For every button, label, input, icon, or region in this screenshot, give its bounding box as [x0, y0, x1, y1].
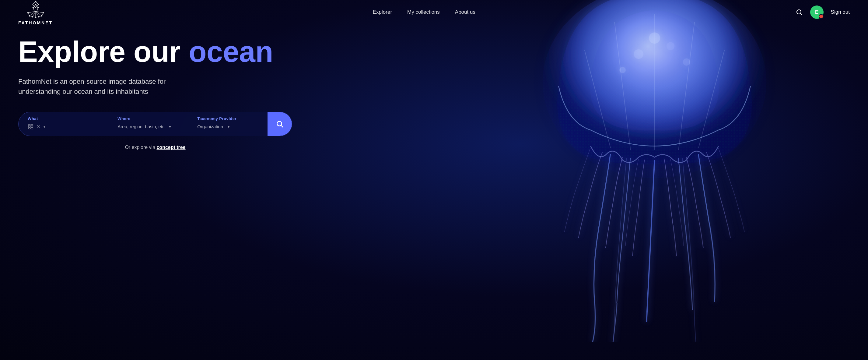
search-taxonomy-section[interactable]: Taxonomy Provider Organization ▼: [188, 112, 268, 136]
svg-line-5: [699, 50, 724, 148]
logo[interactable]: FathomNet: [18, 0, 53, 25]
grid-icon: [28, 124, 34, 130]
svg-rect-43: [31, 126, 33, 127]
svg-line-4: [585, 50, 611, 148]
search-submit-icon: [276, 120, 284, 128]
search-icon: [796, 8, 803, 16]
svg-point-9: [683, 58, 690, 66]
svg-line-3: [679, 22, 695, 150]
svg-rect-41: [29, 128, 30, 129]
svg-rect-44: [31, 128, 33, 129]
svg-point-0: [542, 0, 766, 178]
hero-subtitle: FathomNet is an open-source image databa…: [18, 77, 195, 96]
svg-point-35: [37, 7, 39, 8]
svg-point-30: [35, 17, 36, 18]
svg-point-36: [33, 7, 34, 8]
svg-point-33: [27, 12, 29, 13]
search-where-section[interactable]: Where Area, region, basin, etc ▼: [108, 112, 188, 136]
navbar: FathomNet Explorer My collections About …: [0, 0, 868, 24]
search-what-label: What: [28, 116, 38, 121]
nav-explorer[interactable]: Explorer: [373, 9, 392, 15]
svg-point-29: [32, 16, 33, 18]
concept-tree-link[interactable]: concept tree: [156, 145, 185, 150]
svg-point-7: [666, 42, 675, 50]
svg-point-45: [277, 121, 281, 126]
nav-collections[interactable]: My collections: [407, 9, 440, 15]
hero-title: Explore our ocean: [18, 36, 459, 67]
concept-tree-prefix: Or explore via: [125, 145, 156, 150]
search-where-value: Area, region, basin, etc ▼: [118, 124, 172, 129]
svg-line-2: [615, 22, 631, 150]
hero-content: Explore our ocean FathomNet is an open-s…: [0, 24, 477, 150]
svg-point-37: [797, 10, 801, 14]
svg-line-46: [281, 125, 283, 127]
svg-line-16: [36, 11, 39, 17]
svg-rect-40: [29, 126, 30, 127]
concept-tree-link-area: Or explore via concept tree: [18, 145, 292, 150]
svg-point-31: [38, 16, 39, 18]
svg-point-28: [29, 15, 30, 17]
svg-line-38: [800, 14, 802, 16]
hero-title-prefix: Explore our: [18, 35, 189, 68]
svg-point-8: [619, 67, 626, 73]
search-bar: What ✕ ▼ Where: [18, 112, 292, 136]
svg-point-6: [634, 49, 644, 59]
search-what-section[interactable]: What ✕ ▼: [19, 112, 108, 136]
search-taxonomy-label: Taxonomy Provider: [197, 116, 237, 121]
hero-section: FathomNet Explorer My collections About …: [0, 0, 868, 360]
taxonomy-value-text: Organization: [197, 124, 223, 129]
nav-about[interactable]: About us: [455, 9, 475, 15]
svg-rect-42: [31, 124, 33, 125]
svg-point-34: [42, 12, 44, 13]
hero-title-accent: ocean: [189, 35, 273, 68]
svg-point-10: [649, 32, 660, 43]
logo-icon: [24, 0, 48, 24]
search-taxonomy-value: Organization ▼: [197, 124, 230, 129]
search-where-placeholder: Area, region, basin, etc: [118, 124, 164, 129]
nav-actions: E Sign out: [796, 5, 850, 19]
svg-point-26: [35, 1, 36, 2]
close-icon[interactable]: ✕: [36, 124, 40, 129]
dropdown-arrow-where[interactable]: ▼: [168, 125, 172, 129]
sign-out-button[interactable]: Sign out: [831, 9, 850, 15]
user-avatar[interactable]: E: [810, 5, 824, 19]
search-submit-button[interactable]: [268, 112, 292, 136]
nav-links: Explorer My collections About us: [373, 9, 475, 15]
svg-line-14: [33, 11, 36, 17]
svg-point-32: [41, 15, 42, 17]
svg-rect-39: [29, 124, 30, 125]
search-what-icons[interactable]: ✕ ▼: [28, 124, 46, 130]
nav-search-button[interactable]: [796, 8, 803, 16]
search-where-label: Where: [118, 116, 130, 121]
logo-text: FathomNet: [18, 21, 53, 25]
svg-point-27: [35, 4, 36, 5]
dropdown-arrow-what[interactable]: ▼: [42, 125, 46, 129]
dropdown-arrow-taxonomy[interactable]: ▼: [227, 125, 230, 129]
svg-marker-11: [33, 5, 38, 11]
